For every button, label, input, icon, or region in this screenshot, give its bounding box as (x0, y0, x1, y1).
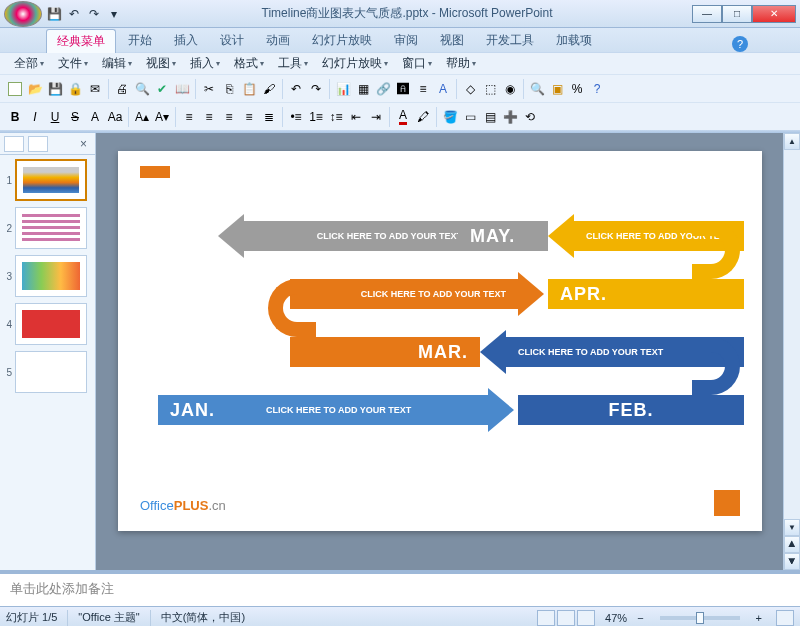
cut-icon[interactable]: ✂ (200, 80, 218, 98)
tab-view[interactable]: 视图 (430, 29, 474, 52)
vertical-scrollbar[interactable]: ▲ ▼ ⯅ ⯆ (783, 133, 800, 570)
shadow-icon[interactable]: A (86, 108, 104, 126)
qat-dropdown-icon[interactable]: ▾ (106, 6, 122, 22)
tab-review[interactable]: 审阅 (384, 29, 428, 52)
menu-help[interactable]: 帮助▾ (440, 53, 482, 74)
scroll-track[interactable] (784, 150, 800, 519)
minimize-button[interactable]: — (692, 5, 722, 23)
redo-icon[interactable]: ↷ (307, 80, 325, 98)
changecase-icon[interactable]: Aa (106, 108, 124, 126)
shape-fill-icon[interactable]: 🪣 (441, 108, 459, 126)
thumb-row[interactable]: 3 (2, 255, 93, 297)
menu-format[interactable]: 格式▾ (228, 53, 270, 74)
table-icon[interactable]: ▦ (354, 80, 372, 98)
copy-icon[interactable]: ⎘ (220, 80, 238, 98)
thumb-row[interactable]: 5 (2, 351, 93, 393)
zoom-slider[interactable] (660, 616, 740, 620)
align-right-icon[interactable]: ≡ (220, 108, 238, 126)
shape-outline-icon[interactable]: ▭ (461, 108, 479, 126)
scroll-down-icon[interactable]: ▼ (784, 519, 800, 536)
tab-insert[interactable]: 插入 (164, 29, 208, 52)
slide-canvas[interactable]: CLICK HERE TO ADD YOUR TEXT MAY. CLICK H… (118, 151, 762, 531)
tab-addins[interactable]: 加载项 (546, 29, 602, 52)
scroll-up-icon[interactable]: ▲ (784, 133, 800, 150)
new-slide-icon[interactable]: ➕ (501, 108, 519, 126)
menu-tools[interactable]: 工具▾ (272, 53, 314, 74)
strike-icon[interactable]: S (66, 108, 84, 126)
tab-developer[interactable]: 开发工具 (476, 29, 544, 52)
arrow-blue[interactable]: CLICK HERE TO ADD YOUR TEXT (254, 395, 514, 425)
tab-design[interactable]: 设计 (210, 29, 254, 52)
office-button[interactable] (4, 1, 42, 27)
thumb-row[interactable]: 4 (2, 303, 93, 345)
underline-icon[interactable]: U (46, 108, 64, 126)
convert-icon[interactable]: ⟲ (521, 108, 539, 126)
align-center-icon[interactable]: ≡ (200, 108, 218, 126)
next-slide-icon[interactable]: ⯆ (784, 553, 800, 570)
bullets-icon[interactable]: •≡ (287, 108, 305, 126)
find-icon[interactable]: 🔍 (528, 80, 546, 98)
save-icon[interactable]: 💾 (46, 80, 64, 98)
zoom-thumb[interactable] (696, 612, 704, 624)
sorter-view-icon[interactable] (557, 610, 575, 626)
tab-slideshow[interactable]: 幻灯片放映 (302, 29, 382, 52)
new-icon[interactable] (6, 80, 24, 98)
redo-icon[interactable]: ↷ (86, 6, 102, 22)
menu-slideshow[interactable]: 幻灯片放映▾ (316, 53, 394, 74)
font-color-icon[interactable]: A (394, 108, 412, 126)
mail-icon[interactable]: ✉ (86, 80, 104, 98)
prev-slide-icon[interactable]: ⯅ (784, 536, 800, 553)
thumbnail-4[interactable] (15, 303, 87, 345)
bold-icon[interactable]: B (6, 108, 24, 126)
thumb-row[interactable]: 2 (2, 207, 93, 249)
layout-icon[interactable]: ▤ (481, 108, 499, 126)
menu-insert[interactable]: 插入▾ (184, 53, 226, 74)
textbox-icon[interactable]: 🅰 (394, 80, 412, 98)
maximize-button[interactable]: □ (722, 5, 752, 23)
close-button[interactable]: ✕ (752, 5, 796, 23)
research-icon[interactable]: 📖 (173, 80, 191, 98)
save-icon[interactable]: 💾 (46, 6, 62, 22)
thumbnail-2[interactable] (15, 207, 87, 249)
thumbnail-1[interactable] (15, 159, 87, 201)
align-left-icon[interactable]: ≡ (180, 108, 198, 126)
thumb-row[interactable]: 1 (2, 159, 93, 201)
menu-all[interactable]: 全部▾ (8, 53, 50, 74)
numbering-icon[interactable]: 1≡ (307, 108, 325, 126)
thumbnail-3[interactable] (15, 255, 87, 297)
paste-icon[interactable]: 📋 (240, 80, 258, 98)
menu-window[interactable]: 窗口▾ (396, 53, 438, 74)
shrink-font-icon[interactable]: A▾ (153, 108, 171, 126)
notes-pane[interactable]: 单击此处添加备注 (0, 570, 800, 606)
wordart-icon[interactable]: A (434, 80, 452, 98)
justify-icon[interactable]: ≡ (240, 108, 258, 126)
arrow-may[interactable]: CLICK HERE TO ADD YOUR TEXT (218, 221, 474, 251)
zoom-icon[interactable]: % (568, 80, 586, 98)
print-icon[interactable]: 🖨 (113, 80, 131, 98)
grow-font-icon[interactable]: A▴ (133, 108, 151, 126)
outline-tab-icon[interactable] (28, 136, 48, 152)
zoom-in-icon[interactable]: + (756, 612, 762, 624)
linespacing-icon[interactable]: ↕≡ (327, 108, 345, 126)
help-icon[interactable]: ? (732, 36, 748, 52)
quickstyles-icon[interactable]: ◉ (501, 80, 519, 98)
italic-icon[interactable]: I (26, 108, 44, 126)
menu-edit[interactable]: 编辑▾ (96, 53, 138, 74)
undo-icon[interactable]: ↶ (66, 6, 82, 22)
fit-window-icon[interactable] (776, 610, 794, 626)
tab-classic-menu[interactable]: 经典菜单 (46, 29, 116, 53)
tab-animation[interactable]: 动画 (256, 29, 300, 52)
chart-icon[interactable]: 📊 (334, 80, 352, 98)
preview-icon[interactable]: 🔍 (133, 80, 151, 98)
zoom-out-icon[interactable]: − (637, 612, 643, 624)
slideshow-icon[interactable]: ▣ (548, 80, 566, 98)
normal-view-icon[interactable] (537, 610, 555, 626)
shapes-icon[interactable]: ◇ (461, 80, 479, 98)
menu-view[interactable]: 视图▾ (140, 53, 182, 74)
distribute-icon[interactable]: ≣ (260, 108, 278, 126)
dec-indent-icon[interactable]: ⇤ (347, 108, 365, 126)
arrange-icon[interactable]: ⬚ (481, 80, 499, 98)
undo-icon[interactable]: ↶ (287, 80, 305, 98)
arrow-orange[interactable]: CLICK HERE TO ADD YOUR TEXT (290, 279, 544, 309)
thumbnail-5[interactable] (15, 351, 87, 393)
